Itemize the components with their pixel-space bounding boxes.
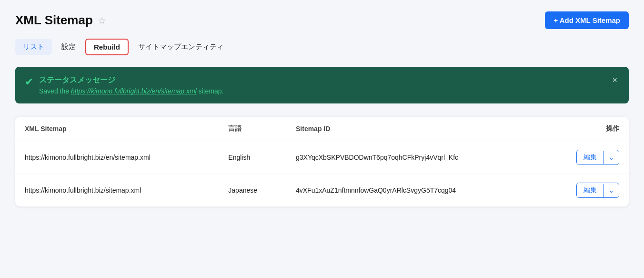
action-group-2: 編集 ⌄ bbox=[576, 183, 619, 198]
table-row: https://kimono.fullbright.biz/sitemap.xm… bbox=[15, 174, 629, 207]
dropdown-button-2[interactable]: ⌄ bbox=[604, 184, 619, 197]
cell-actions-1: 編集 ⌄ bbox=[542, 141, 629, 174]
cell-xml-sitemap-2: https://kimono.fullbright.biz/sitemap.xm… bbox=[15, 174, 219, 207]
col-header-sitemap-id: Sitemap ID bbox=[286, 117, 542, 141]
status-close-button[interactable]: × bbox=[610, 75, 619, 85]
cell-sitemap-id-2: 4vXFu1xAuZ1nftmnnfowGaQ0yrARlcSvgyG5T7cq… bbox=[286, 174, 542, 207]
status-banner: ✔ ステータスメッセージ Saved the https://kimono.fu… bbox=[15, 67, 629, 103]
table-body: https://kimono.fullbright.biz/en/sitemap… bbox=[15, 141, 629, 207]
page-header: XML Sitemap ☆ + Add XML Sitemap bbox=[15, 11, 629, 29]
edit-button-1[interactable]: 編集 bbox=[577, 150, 604, 165]
cell-xml-sitemap-1: https://kimono.fullbright.biz/en/sitemap… bbox=[15, 141, 219, 174]
tab-bar: リスト 設定 Rebuild サイトマップエンティティ bbox=[15, 39, 629, 55]
cell-language-2: Japanese bbox=[219, 174, 286, 207]
status-title: ステータスメッセージ bbox=[39, 75, 224, 85]
status-message-prefix: Saved the bbox=[39, 87, 71, 95]
col-header-xml-sitemap: XML Sitemap bbox=[15, 117, 219, 141]
star-icon[interactable]: ☆ bbox=[98, 15, 106, 26]
table-header: XML Sitemap 言語 Sitemap ID 操作 bbox=[15, 117, 629, 141]
tab-sitemap-entity[interactable]: サイトマップエンティティ bbox=[131, 39, 231, 55]
title-area: XML Sitemap ☆ bbox=[15, 13, 106, 28]
check-circle-icon: ✔ bbox=[25, 76, 33, 88]
cell-language-1: English bbox=[219, 141, 286, 174]
status-link[interactable]: https://kimono.fullbright.biz/en/sitemap… bbox=[71, 87, 197, 95]
sitemap-table: XML Sitemap 言語 Sitemap ID 操作 https://kim… bbox=[15, 117, 629, 206]
cell-actions-2: 編集 ⌄ bbox=[542, 174, 629, 207]
action-group-1: 編集 ⌄ bbox=[576, 150, 619, 165]
table-row: https://kimono.fullbright.biz/en/sitemap… bbox=[15, 141, 629, 174]
status-text-block: ステータスメッセージ Saved the https://kimono.full… bbox=[39, 75, 224, 95]
add-xml-sitemap-button[interactable]: + Add XML Sitemap bbox=[545, 11, 629, 29]
col-header-language: 言語 bbox=[219, 117, 286, 141]
cell-sitemap-id-1: g3XYqcXbSKPVBDODwnT6pq7oqhCFkPryj4vVqrl_… bbox=[286, 141, 542, 174]
sitemap-table-card: XML Sitemap 言語 Sitemap ID 操作 https://kim… bbox=[15, 117, 629, 206]
page-title: XML Sitemap bbox=[15, 13, 93, 28]
dropdown-button-1[interactable]: ⌄ bbox=[604, 151, 619, 164]
status-banner-content: ✔ ステータスメッセージ Saved the https://kimono.fu… bbox=[25, 75, 224, 95]
edit-button-2[interactable]: 編集 bbox=[577, 183, 604, 197]
status-message: Saved the https://kimono.fullbright.biz/… bbox=[39, 87, 224, 95]
tab-settings[interactable]: 設定 bbox=[54, 39, 83, 55]
tab-list[interactable]: リスト bbox=[15, 39, 52, 55]
col-header-actions: 操作 bbox=[542, 117, 629, 141]
status-message-suffix: sitemap. bbox=[197, 87, 224, 95]
tab-rebuild[interactable]: Rebuild bbox=[85, 39, 129, 55]
